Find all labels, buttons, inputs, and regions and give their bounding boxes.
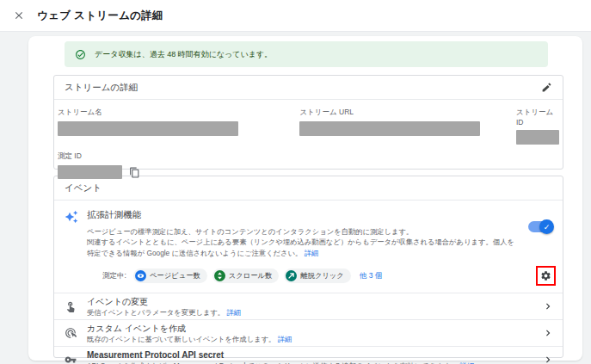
stream-details-card: ストリームの詳細 ストリーム名 ストリーム URL ストリーム <box>53 75 563 170</box>
sparkle-icon <box>65 210 78 258</box>
stream-name-label: ストリーム名 <box>58 108 299 118</box>
page-title: ウェブ ストリームの詳細 <box>37 9 163 23</box>
stream-url-label: ストリーム URL <box>299 108 516 118</box>
events-title: イベント <box>65 182 102 194</box>
enhanced-learn-more-link[interactable]: 詳細 <box>305 249 319 257</box>
gear-icon-annotated[interactable] <box>536 266 556 286</box>
enhanced-measurement-section: 拡張計測機能 ページビューの標準測定に加え、サイトのコンテンツとのインタラクショ… <box>54 201 563 258</box>
measuring-label: 測定中: <box>102 271 126 281</box>
toggle-check-icon: ✓ <box>539 219 554 234</box>
page-background: データ収集は、過去 48 時間有効になっています。 ストリームの詳細 ストリーム… <box>0 32 591 364</box>
custom-event-click-icon <box>65 327 77 339</box>
modify-events-desc-text: 受信イベントとパラメータを変更します。 <box>87 308 225 317</box>
chip-outbound-clicks[interactable]: 離脱クリック <box>284 268 351 283</box>
copy-icon[interactable] <box>129 167 140 178</box>
enhanced-measurement-title: 拡張計測機能 <box>87 209 528 221</box>
edit-pencil-icon[interactable] <box>541 82 552 93</box>
more-chips-link[interactable]: 他 3 個 <box>360 271 382 281</box>
check-circle-icon <box>75 49 86 60</box>
pageviews-icon <box>135 270 146 281</box>
stream-id-label: ストリーム ID <box>516 108 559 126</box>
description-line1: ページビューの標準測定に加え、サイトのコンテンツとのインタラクションを自動的に測… <box>87 227 413 236</box>
touch-icon <box>65 300 77 312</box>
stream-id-redacted-value <box>516 130 559 145</box>
data-collection-banner: データ収集は、過去 48 時間有効になっています。 <box>65 41 548 67</box>
chip-scrolls[interactable]: スクロール数 <box>212 268 280 283</box>
dialog-header: ウェブ ストリームの詳細 <box>0 0 591 32</box>
measurement-id-label: 測定 ID <box>58 151 559 162</box>
create-custom-events-title: カスタム イベントを作成 <box>87 324 542 334</box>
stream-name-redacted-value <box>58 121 238 136</box>
key-icon <box>65 354 77 364</box>
outbound-clicks-icon <box>286 270 297 281</box>
modify-events-description: 受信イベントとパラメータを変更します。 詳細 <box>87 308 542 317</box>
stream-details-title: ストリームの詳細 <box>65 82 138 94</box>
stream-url-redacted-value <box>299 121 480 136</box>
banner-message: データ収集は、過去 48 時間有効になっています。 <box>95 49 272 60</box>
modify-events-learn-more[interactable]: 詳細 <box>226 308 241 317</box>
modify-events-title: イベントの変更 <box>87 297 542 307</box>
description-line2: 関連するイベントとともに、ページ上にある要素（リンクや埋め込み動画など）からもデ… <box>87 238 514 256</box>
chevron-right-icon <box>542 300 554 312</box>
create-custom-events-learn-more[interactable]: 詳細 <box>278 335 292 343</box>
close-icon[interactable] <box>12 9 26 22</box>
chevron-right-icon <box>542 327 554 339</box>
modify-events-row[interactable]: イベントの変更 受信イベントとパラメータを変更します。 詳細 <box>54 293 563 319</box>
measurement-protocol-title: Measurement Protocol API secret <box>87 350 542 361</box>
chip-scrolls-label: スクロール数 <box>229 271 273 281</box>
chip-pageviews-label: ページビュー数 <box>150 271 200 281</box>
measurement-id-redacted-value <box>58 165 122 179</box>
create-custom-events-desc-text: 既存のイベントに基づいて新しいイベントを作成します。 <box>87 335 275 343</box>
create-custom-events-row[interactable]: カスタム イベントを作成 既存のイベントに基づいて新しいイベントを作成します。 … <box>54 319 563 346</box>
enhanced-measurement-description: ページビューの標準測定に加え、サイトのコンテンツとのインタラクションを自動的に測… <box>87 226 521 258</box>
chevron-right-icon <box>542 354 554 364</box>
chip-outbound-clicks-label: 離脱クリック <box>300 271 344 281</box>
gear-icon <box>540 270 551 281</box>
measuring-row: 測定中: ページビュー数 <box>54 258 563 293</box>
create-custom-events-description: 既存のイベントに基づいて新しいイベントを作成します。 詳細 <box>87 335 542 343</box>
stream-detail-panel: データ収集は、過去 48 時間有効になっています。 ストリームの詳細 ストリーム… <box>28 36 582 361</box>
scrolls-icon <box>214 270 225 281</box>
chip-pageviews[interactable]: ページビュー数 <box>133 268 207 283</box>
measurement-protocol-row[interactable]: Measurement Protocol API secret API Secr… <box>54 346 563 364</box>
events-card: イベント 拡張計測機能 ページビューの標準測定に加え、サイトのコンテンツとのイン… <box>53 176 563 358</box>
enhanced-measurement-toggle[interactable]: ✓ <box>528 221 552 232</box>
